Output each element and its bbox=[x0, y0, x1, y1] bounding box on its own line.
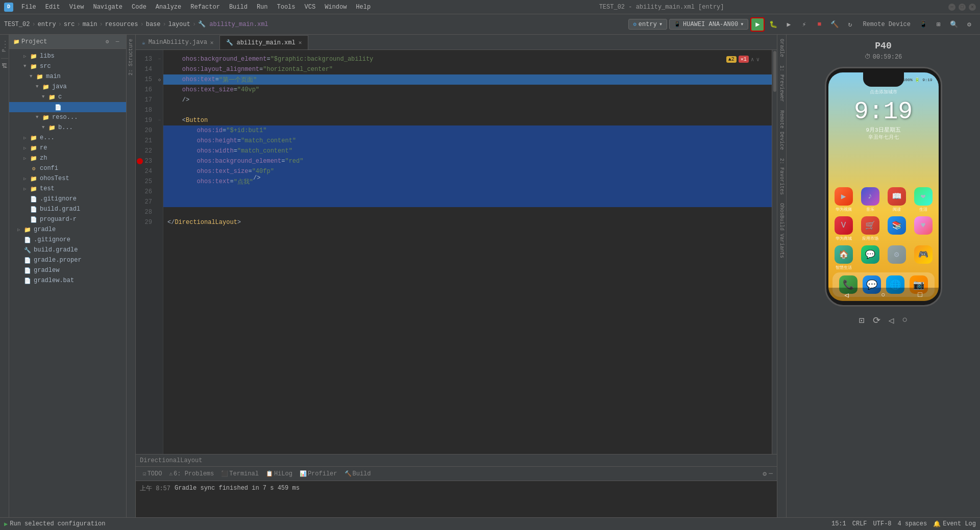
nav-back[interactable]: ◁ bbox=[844, 291, 848, 299]
tree-item-selected[interactable]: 📄 bbox=[9, 102, 126, 112]
menu-run[interactable]: Run bbox=[253, 3, 272, 12]
fold-13[interactable]: − bbox=[156, 54, 163, 64]
menu-code[interactable]: Code bbox=[128, 3, 151, 12]
breadcrumb-resources[interactable]: resources bbox=[105, 21, 138, 28]
bottom-tab-terminal[interactable]: ⬛ Terminal bbox=[218, 469, 262, 478]
scrollbar-thumb[interactable] bbox=[773, 51, 776, 92]
bottom-tab-hilog[interactable]: 📋 HiLog bbox=[263, 469, 296, 478]
search-everywhere-button[interactable]: 🔍 bbox=[947, 18, 961, 31]
project-tab[interactable]: P... bbox=[1, 38, 8, 54]
home-circle-icon[interactable]: ○ bbox=[902, 315, 908, 326]
screen-resize-icon[interactable]: ⊡ bbox=[859, 315, 865, 326]
bottom-tab-profiler[interactable]: 📊 Profiler bbox=[297, 469, 340, 478]
nav-home[interactable]: ○ bbox=[881, 291, 885, 299]
tree-item-gradle-folder[interactable]: ▷ 📁 gradle bbox=[9, 224, 126, 235]
tree-item-b[interactable]: ▼ 📁 b... bbox=[9, 122, 126, 133]
bottom-tab-build[interactable]: 🔨 Build bbox=[341, 469, 374, 478]
tree-item-main[interactable]: ▼ 📁 main bbox=[9, 71, 126, 82]
tree-item-confi[interactable]: ⚙ confi bbox=[9, 163, 126, 173]
menu-analyze[interactable]: Analyze bbox=[152, 3, 185, 12]
menu-tools[interactable]: Tools bbox=[273, 3, 300, 12]
bottom-close-icon[interactable]: ─ bbox=[769, 470, 773, 477]
menu-refactor[interactable]: Refactor bbox=[186, 3, 224, 12]
nav-recent[interactable]: □ bbox=[918, 291, 922, 299]
structure-tab[interactable]: 2: Structure bbox=[127, 37, 135, 78]
charset-status[interactable]: UTF-8 bbox=[873, 520, 892, 527]
panel-settings-icon[interactable]: ⚙ bbox=[103, 37, 112, 46]
tree-view[interactable]: ▷ 📁 libs ▼ 📁 src ▼ 📁 main ▼ bbox=[9, 49, 126, 517]
tab-close-xml[interactable]: ✕ bbox=[299, 39, 302, 46]
settings-button[interactable]: ⚙ bbox=[963, 18, 976, 31]
menu-file[interactable]: File bbox=[17, 3, 40, 12]
fold-19[interactable]: − bbox=[156, 115, 163, 125]
breadcrumb-base[interactable]: base bbox=[146, 21, 161, 28]
tree-item-java[interactable]: ▼ 📁 java bbox=[9, 82, 126, 92]
menu-navigate[interactable]: Navigate bbox=[89, 3, 127, 12]
tree-item-proguard[interactable]: 📄 proguard-r bbox=[9, 214, 126, 224]
menu-window[interactable]: Window bbox=[321, 3, 351, 12]
debug-button[interactable]: 🐛 bbox=[767, 18, 780, 31]
run-button[interactable]: ▶ bbox=[750, 17, 765, 32]
bottom-tab-check[interactable]: ☑ TODO bbox=[140, 469, 165, 478]
build-button[interactable]: 🔨 bbox=[828, 18, 841, 31]
attach-button[interactable]: ⚡ bbox=[797, 18, 811, 31]
panel-collapse-icon[interactable]: ─ bbox=[113, 37, 122, 46]
tree-item-re[interactable]: ▷ 📁 re bbox=[9, 143, 126, 153]
indent-status[interactable]: 4 spaces bbox=[898, 520, 927, 527]
tree-item-gitignore-root[interactable]: 📄 .gitignore bbox=[9, 235, 126, 245]
collapse-icon-13[interactable]: ∨ bbox=[756, 56, 760, 63]
tree-item-gradlew[interactable]: 📄 gradlew bbox=[9, 265, 126, 275]
remote-device-tab[interactable]: Remote Device bbox=[778, 108, 786, 152]
fold-15[interactable]: ◇ bbox=[156, 74, 163, 85]
menu-help[interactable]: Help bbox=[352, 3, 375, 12]
menu-vcs[interactable]: VCS bbox=[301, 3, 320, 12]
breadcrumb-module[interactable]: entry bbox=[38, 21, 56, 28]
breadcrumb-src[interactable]: src bbox=[64, 21, 75, 28]
event-log-status[interactable]: 🔔 Event Log bbox=[933, 520, 976, 528]
menu-view[interactable]: View bbox=[65, 3, 88, 12]
gradle-tab[interactable]: Gradle bbox=[778, 37, 786, 59]
editor-scrollbar[interactable] bbox=[772, 50, 777, 454]
breadcrumb-layout[interactable]: layout bbox=[168, 21, 190, 28]
run-config-dropdown[interactable]: ⚙ entry ▾ bbox=[628, 19, 667, 30]
breadcrumb-file[interactable]: 🔧 ability_main.xml bbox=[198, 20, 268, 28]
screen-button[interactable]: ⊞ bbox=[932, 18, 945, 31]
code-content[interactable]: ohos:background_element="$graphic:backgr… bbox=[163, 50, 772, 454]
sync-button[interactable]: ↻ bbox=[843, 18, 856, 31]
position-status[interactable]: 15:1 bbox=[831, 520, 846, 527]
close-button[interactable]: ✕ bbox=[969, 4, 976, 11]
rotate-icon[interactable]: ⟳ bbox=[873, 315, 880, 326]
coverage-button[interactable]: ▶ bbox=[782, 18, 795, 31]
maximize-button[interactable]: □ bbox=[959, 4, 966, 11]
encoding-status[interactable]: CRLF bbox=[852, 520, 867, 527]
tree-item-ohostest[interactable]: ▷ 📁 ohosTest bbox=[9, 173, 126, 184]
device-dropdown[interactable]: 📱 HUAWEI ANA-AN00 ▾ bbox=[669, 19, 748, 30]
tree-item-reso[interactable]: ▼ 📁 reso... bbox=[9, 112, 126, 122]
tree-item-src[interactable]: ▼ 📁 src bbox=[9, 61, 126, 71]
build-variants-tab[interactable]: OhosBuild Variants bbox=[778, 201, 786, 260]
bottom-tab-problems[interactable]: ⚠ 6: Problems bbox=[166, 469, 217, 478]
device-manager-button[interactable]: 📱 bbox=[917, 18, 930, 31]
structure-icon[interactable]: 🏗 bbox=[2, 63, 7, 69]
bottom-settings-icon[interactable]: ⚙ bbox=[763, 470, 767, 478]
tree-item-c[interactable]: ▼ 📁 c bbox=[9, 92, 126, 102]
breadcrumb-project[interactable]: TEST_02 bbox=[4, 21, 30, 28]
tree-item-test[interactable]: ▷ 📁 test bbox=[9, 184, 126, 194]
stop-button[interactable]: ■ bbox=[813, 18, 826, 31]
run-config-status[interactable]: ▶ Run selected configuration bbox=[4, 520, 105, 528]
tree-item-gradle-properties[interactable]: 📄 gradle.proper bbox=[9, 255, 126, 265]
previewer-tab[interactable]: 1: Previewer bbox=[778, 63, 786, 104]
tree-item-libs[interactable]: ▷ 📁 libs bbox=[9, 51, 126, 61]
minimize-button[interactable]: ─ bbox=[948, 4, 955, 11]
tab-ability-main-xml[interactable]: 🔧 ability_main.xml ✕ bbox=[220, 35, 308, 49]
breadcrumb-main[interactable]: main bbox=[83, 21, 97, 28]
tab-close-java[interactable]: ✕ bbox=[210, 39, 214, 46]
tree-item-build-gradle-root[interactable]: 🔧 build.gradle bbox=[9, 245, 126, 255]
tree-item-e[interactable]: ▷ 📁 e... bbox=[9, 133, 126, 143]
tab-main-ability-java[interactable]: ☕ MainAbility.java ✕ bbox=[136, 35, 220, 49]
menu-build[interactable]: Build bbox=[225, 3, 252, 12]
tree-item-build-gradle1[interactable]: 📄 build.gradl bbox=[9, 204, 126, 214]
tree-item-gitignore1[interactable]: 📄 .gitignore bbox=[9, 194, 126, 204]
menu-edit[interactable]: Edit bbox=[41, 3, 64, 12]
back-arrow-icon[interactable]: ◁ bbox=[889, 315, 894, 326]
